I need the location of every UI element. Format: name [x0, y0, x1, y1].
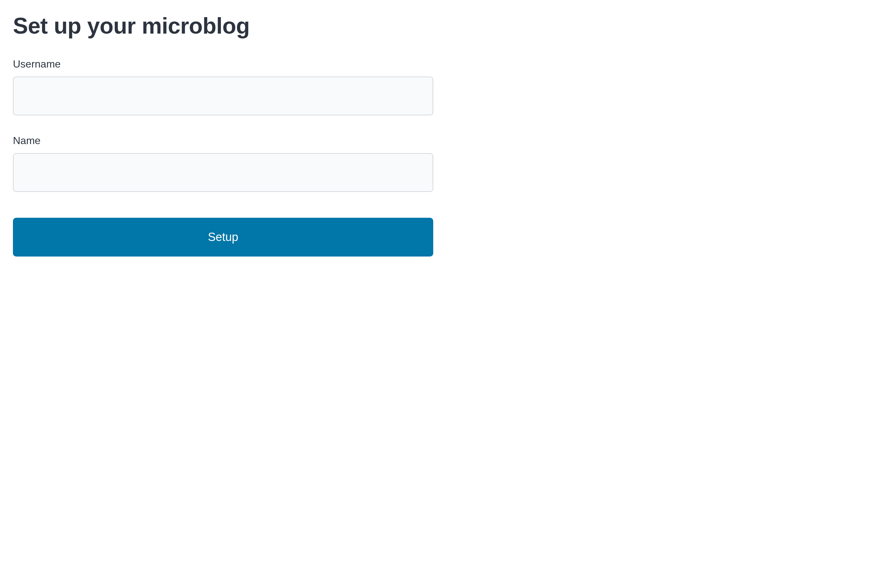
page-title: Set up your microblog: [13, 13, 433, 39]
name-group: Name: [13, 135, 433, 192]
username-group: Username: [13, 58, 433, 116]
name-label: Name: [13, 135, 433, 147]
username-label: Username: [13, 58, 433, 70]
setup-button[interactable]: Setup: [13, 218, 433, 256]
name-input[interactable]: [13, 153, 433, 192]
username-input[interactable]: [13, 76, 433, 116]
setup-form-container: Set up your microblog Username Name Setu…: [13, 13, 433, 256]
